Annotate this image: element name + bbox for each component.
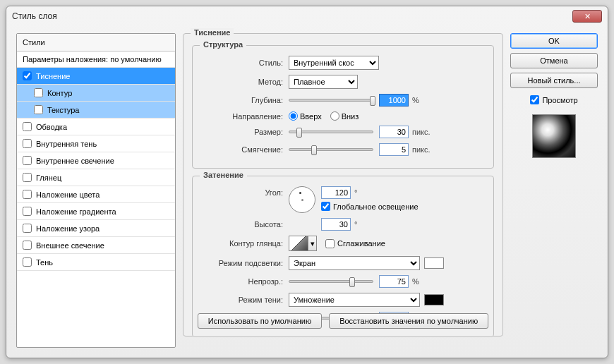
bevel-title: Тиснение [191,28,234,37]
styles-list: Стили Параметры наложения: по умолчанию … [16,33,176,348]
style-item-checkbox[interactable] [23,122,32,131]
angle-dial[interactable] [289,186,315,213]
dialog-buttons: OK Отмена Новый стиль... Просмотр [510,33,598,348]
titlebar: Стиль слоя ✕ [6,6,608,26]
depth-slider[interactable] [289,99,373,102]
style-item-11[interactable]: Тень [17,254,175,271]
style-item-checkbox[interactable] [23,71,32,80]
direction-up-radio[interactable]: Вверх [289,111,322,121]
style-item-label: Внешнее свечение [36,241,104,250]
highlight-opacity-input[interactable] [379,275,409,288]
soften-slider[interactable] [289,148,373,151]
style-item-0[interactable]: Тиснение [17,68,175,85]
style-item-2[interactable]: Текстура [17,102,175,119]
window-title: Стиль слоя [12,11,57,21]
depth-input[interactable] [379,94,409,107]
settings-panel: Тиснение Структура Стиль: Внутренний ско… [183,33,503,348]
style-item-label: Наложение цвета [36,190,100,199]
shadow-mode-select[interactable]: Умножение [289,293,420,307]
antialias-checkbox[interactable]: Сглаживание [325,239,385,248]
style-item-7[interactable]: Наложение цвета [17,186,175,203]
highlight-opacity-slider[interactable] [289,280,373,283]
style-item-checkbox[interactable] [23,156,32,165]
layer-style-dialog: Стиль слоя ✕ Стили Параметры наложения: … [6,6,608,358]
style-item-3[interactable]: Обводка [17,119,175,135]
style-item-label: Тень [36,258,53,267]
close-button[interactable]: ✕ [572,10,602,23]
style-item-8[interactable]: Наложение градиента [17,203,175,220]
style-item-9[interactable]: Наложение узора [17,220,175,237]
close-icon: ✕ [584,12,591,21]
style-item-label: Контур [47,89,72,97]
style-item-checkbox[interactable] [23,139,32,148]
highlight-mode-select[interactable]: Экран [289,256,420,270]
style-item-label: Внутреннее свечение [36,157,114,165]
direction-down-radio[interactable]: Вниз [330,111,359,121]
style-item-checkbox[interactable] [23,241,32,250]
style-select[interactable]: Внутренний скос [289,56,379,70]
style-item-checkbox[interactable] [23,173,32,182]
style-item-label: Глянец [36,174,61,182]
technique-select[interactable]: Плавное [289,75,358,89]
ok-button[interactable]: OK [510,33,598,49]
style-item-5[interactable]: Внутреннее свечение [17,152,175,169]
style-item-label: Текстура [47,106,79,114]
style-item-label: Обводка [36,123,67,131]
style-item-6[interactable]: Глянец [17,169,175,186]
preview-thumbnail [532,114,576,158]
style-item-checkbox[interactable] [23,207,32,216]
style-item-label: Наложение градиента [36,207,116,216]
style-item-checkbox[interactable] [23,190,32,199]
style-item-4[interactable]: Внутренняя тень [17,135,175,152]
shadow-color-swatch[interactable] [424,294,444,305]
style-item-checkbox[interactable] [23,257,32,267]
preview-label: Просмотр [542,96,577,104]
style-item-checkbox[interactable] [34,105,43,114]
new-style-button[interactable]: Новый стиль... [510,73,598,88]
size-slider[interactable] [289,131,373,133]
structure-title: Структура [200,40,246,49]
altitude-input[interactable] [321,218,351,231]
structure-group: Структура Стиль: Внутренний скос Метод: … [192,45,494,169]
global-light-checkbox[interactable]: Глобальное освещение [321,202,419,211]
reset-default-button[interactable]: Восстановить значения по умолчанию [329,313,488,329]
gloss-contour-swatch[interactable] [289,236,308,251]
soften-input[interactable] [379,143,409,156]
angle-input[interactable] [321,186,351,199]
shading-title: Затенение [200,171,247,179]
style-item-checkbox[interactable] [34,88,43,97]
bevel-group: Тиснение Структура Стиль: Внутренний ско… [183,33,503,336]
style-item-10[interactable]: Внешнее свечение [17,237,175,254]
size-input[interactable] [379,126,409,138]
highlight-color-swatch[interactable] [424,257,444,269]
style-item-1[interactable]: Контур [17,85,175,102]
make-default-button[interactable]: Использовать по умолчанию [198,313,322,329]
style-item-label: Тиснение [36,72,70,80]
cancel-button[interactable]: Отмена [510,53,598,68]
preview-checkbox[interactable] [530,95,539,104]
style-item-checkbox[interactable] [23,224,32,233]
style-item-label: Внутренняя тень [36,140,97,148]
styles-header: Стили [17,34,175,51]
blending-options-row[interactable]: Параметры наложения: по умолчанию [17,51,175,68]
style-item-label: Наложение узора [36,224,100,233]
gloss-contour-dropdown[interactable]: ▾ [308,236,317,251]
